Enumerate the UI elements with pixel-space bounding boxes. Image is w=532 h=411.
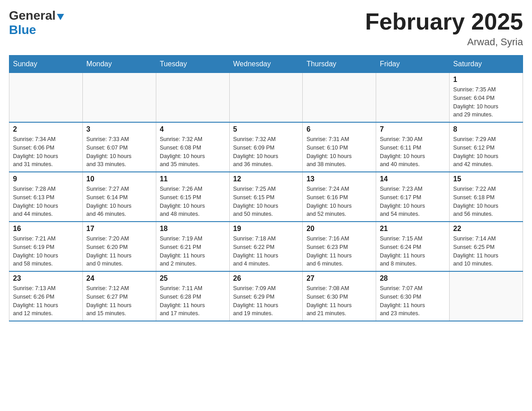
day-number: 11	[160, 175, 226, 183]
day-header-wednesday: Wednesday	[229, 56, 303, 73]
day-info: Sunrise: 7:20 AMSunset: 6:20 PMDaylight:…	[86, 235, 152, 268]
day-info: Sunrise: 7:31 AMSunset: 6:10 PMDaylight:…	[306, 135, 372, 169]
day-number: 18	[160, 225, 226, 233]
day-number: 2	[13, 125, 79, 133]
day-info: Sunrise: 7:34 AMSunset: 6:06 PMDaylight:…	[13, 135, 79, 169]
day-info: Sunrise: 7:32 AMSunset: 6:09 PMDaylight:…	[233, 135, 299, 169]
week-row-4: 16Sunrise: 7:21 AMSunset: 6:19 PMDayligh…	[9, 222, 523, 271]
calendar-cell: 12Sunrise: 7:25 AMSunset: 6:15 PMDayligh…	[229, 172, 303, 222]
day-info: Sunrise: 7:28 AMSunset: 6:13 PMDaylight:…	[13, 185, 79, 218]
days-header-row: SundayMondayTuesdayWednesdayThursdayFrid…	[9, 56, 523, 73]
calendar-cell: 24Sunrise: 7:12 AMSunset: 6:27 PMDayligh…	[82, 271, 156, 321]
day-number: 6	[306, 125, 372, 133]
calendar-cell: 20Sunrise: 7:16 AMSunset: 6:23 PMDayligh…	[303, 222, 376, 271]
calendar-cell: 8Sunrise: 7:29 AMSunset: 6:12 PMDaylight…	[450, 122, 523, 172]
day-number: 13	[306, 175, 372, 183]
calendar-cell: 2Sunrise: 7:34 AMSunset: 6:06 PMDaylight…	[9, 122, 83, 172]
calendar-cell: 14Sunrise: 7:23 AMSunset: 6:17 PMDayligh…	[376, 172, 450, 222]
day-info: Sunrise: 7:11 AMSunset: 6:28 PMDaylight:…	[160, 284, 226, 318]
week-row-3: 9Sunrise: 7:28 AMSunset: 6:13 PMDaylight…	[9, 172, 523, 222]
calendar-cell: 5Sunrise: 7:32 AMSunset: 6:09 PMDaylight…	[229, 122, 303, 172]
day-number: 22	[453, 225, 519, 233]
calendar-table: SundayMondayTuesdayWednesdayThursdayFrid…	[9, 55, 523, 321]
day-info: Sunrise: 7:13 AMSunset: 6:26 PMDaylight:…	[13, 284, 79, 318]
calendar-cell: 21Sunrise: 7:15 AMSunset: 6:24 PMDayligh…	[376, 222, 450, 271]
calendar-cell: 19Sunrise: 7:18 AMSunset: 6:22 PMDayligh…	[229, 222, 303, 271]
calendar-cell: 4Sunrise: 7:32 AMSunset: 6:08 PMDaylight…	[156, 122, 229, 172]
day-number: 19	[233, 225, 299, 233]
day-info: Sunrise: 7:35 AMSunset: 6:04 PMDaylight:…	[453, 86, 519, 119]
calendar-cell: 22Sunrise: 7:14 AMSunset: 6:25 PMDayligh…	[450, 222, 523, 271]
calendar-cell: 13Sunrise: 7:24 AMSunset: 6:16 PMDayligh…	[303, 172, 376, 222]
title-block: February 2025 Arwad, Syria	[365, 9, 523, 48]
day-info: Sunrise: 7:25 AMSunset: 6:15 PMDaylight:…	[233, 185, 299, 218]
day-info: Sunrise: 7:19 AMSunset: 6:21 PMDaylight:…	[160, 235, 226, 268]
calendar-cell: 15Sunrise: 7:22 AMSunset: 6:18 PMDayligh…	[450, 172, 523, 222]
day-info: Sunrise: 7:24 AMSunset: 6:16 PMDaylight:…	[306, 185, 372, 218]
day-header-tuesday: Tuesday	[156, 56, 229, 73]
calendar-cell: 1Sunrise: 7:35 AMSunset: 6:04 PMDaylight…	[450, 73, 523, 123]
day-info: Sunrise: 7:15 AMSunset: 6:24 PMDaylight:…	[380, 235, 446, 268]
day-info: Sunrise: 7:16 AMSunset: 6:23 PMDaylight:…	[306, 235, 372, 268]
calendar-cell: 27Sunrise: 7:08 AMSunset: 6:30 PMDayligh…	[303, 271, 376, 321]
calendar-cell: 26Sunrise: 7:09 AMSunset: 6:29 PMDayligh…	[229, 271, 303, 321]
calendar-cell: 16Sunrise: 7:21 AMSunset: 6:19 PMDayligh…	[9, 222, 83, 271]
subtitle: Arwad, Syria	[365, 36, 523, 48]
day-info: Sunrise: 7:09 AMSunset: 6:29 PMDaylight:…	[233, 284, 299, 318]
logo-general: General	[9, 9, 65, 23]
day-number: 8	[453, 125, 519, 133]
day-number: 16	[13, 225, 79, 233]
day-info: Sunrise: 7:08 AMSunset: 6:30 PMDaylight:…	[306, 284, 372, 318]
day-info: Sunrise: 7:27 AMSunset: 6:14 PMDaylight:…	[86, 185, 152, 218]
day-info: Sunrise: 7:18 AMSunset: 6:22 PMDaylight:…	[233, 235, 299, 268]
calendar-cell: 17Sunrise: 7:20 AMSunset: 6:20 PMDayligh…	[82, 222, 156, 271]
day-info: Sunrise: 7:30 AMSunset: 6:11 PMDaylight:…	[380, 135, 446, 169]
day-info: Sunrise: 7:22 AMSunset: 6:18 PMDaylight:…	[453, 185, 519, 218]
day-info: Sunrise: 7:29 AMSunset: 6:12 PMDaylight:…	[453, 135, 519, 169]
calendar-cell: 23Sunrise: 7:13 AMSunset: 6:26 PMDayligh…	[9, 271, 83, 321]
calendar-cell: 11Sunrise: 7:26 AMSunset: 6:15 PMDayligh…	[156, 172, 229, 222]
day-number: 12	[233, 175, 299, 183]
svg-marker-0	[57, 14, 64, 20]
day-number: 26	[233, 274, 299, 283]
day-number: 5	[233, 125, 299, 133]
calendar-cell	[229, 73, 303, 123]
day-info: Sunrise: 7:14 AMSunset: 6:25 PMDaylight:…	[453, 235, 519, 268]
calendar-cell: 18Sunrise: 7:19 AMSunset: 6:21 PMDayligh…	[156, 222, 229, 271]
main-title: February 2025	[365, 9, 523, 34]
day-info: Sunrise: 7:33 AMSunset: 6:07 PMDaylight:…	[86, 135, 152, 169]
logo-blue: Blue	[9, 23, 36, 37]
page-header: General Blue February 2025 Arwad, Syria	[9, 9, 523, 48]
day-number: 14	[380, 175, 446, 183]
day-number: 28	[380, 274, 446, 283]
calendar-cell: 7Sunrise: 7:30 AMSunset: 6:11 PMDaylight…	[376, 122, 450, 172]
calendar-cell: 6Sunrise: 7:31 AMSunset: 6:10 PMDaylight…	[303, 122, 376, 172]
calendar-cell	[9, 73, 83, 123]
calendar-cell: 25Sunrise: 7:11 AMSunset: 6:28 PMDayligh…	[156, 271, 229, 321]
day-info: Sunrise: 7:12 AMSunset: 6:27 PMDaylight:…	[86, 284, 152, 318]
calendar-cell	[82, 73, 156, 123]
day-number: 20	[306, 225, 372, 233]
day-info: Sunrise: 7:26 AMSunset: 6:15 PMDaylight:…	[160, 185, 226, 218]
logo: General Blue	[9, 9, 65, 37]
day-number: 4	[160, 125, 226, 133]
calendar-cell: 10Sunrise: 7:27 AMSunset: 6:14 PMDayligh…	[82, 172, 156, 222]
day-header-saturday: Saturday	[450, 56, 523, 73]
day-number: 3	[86, 125, 152, 133]
day-number: 7	[380, 125, 446, 133]
day-header-monday: Monday	[82, 56, 156, 73]
day-number: 25	[160, 274, 226, 283]
day-header-thursday: Thursday	[303, 56, 376, 73]
day-number: 17	[86, 225, 152, 233]
calendar-cell	[376, 73, 450, 123]
day-header-friday: Friday	[376, 56, 450, 73]
day-number: 21	[380, 225, 446, 233]
calendar-cell	[303, 73, 376, 123]
calendar-cell	[156, 73, 229, 123]
week-row-5: 23Sunrise: 7:13 AMSunset: 6:26 PMDayligh…	[9, 271, 523, 321]
day-number: 15	[453, 175, 519, 183]
day-header-sunday: Sunday	[9, 56, 83, 73]
week-row-2: 2Sunrise: 7:34 AMSunset: 6:06 PMDaylight…	[9, 122, 523, 172]
calendar-cell: 28Sunrise: 7:07 AMSunset: 6:30 PMDayligh…	[376, 271, 450, 321]
day-info: Sunrise: 7:32 AMSunset: 6:08 PMDaylight:…	[160, 135, 226, 169]
